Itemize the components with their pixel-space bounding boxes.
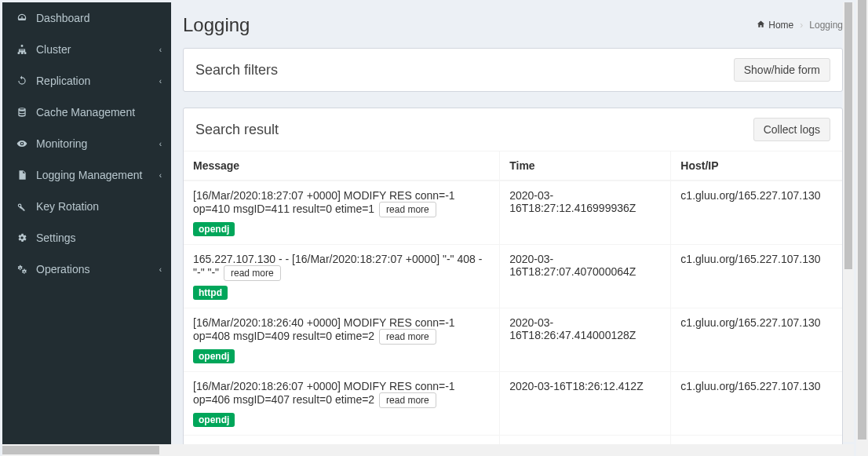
window-scrollbar-horizontal[interactable] <box>2 444 854 456</box>
content-header: Logging Home › Logging <box>171 2 855 48</box>
read-more-button[interactable]: read more <box>379 202 436 217</box>
sidebar-item-cluster[interactable]: Cluster ‹ <box>2 34 171 65</box>
sidebar-item-replication[interactable]: Replication ‹ <box>2 65 171 97</box>
read-more-button[interactable]: read more <box>379 392 436 408</box>
log-tag: opendj <box>193 222 235 236</box>
column-header-message: Message <box>184 151 500 181</box>
chevron-left-icon: ‹ <box>159 77 162 86</box>
database-icon <box>14 107 30 118</box>
breadcrumb-separator: › <box>800 20 803 31</box>
dashboard-icon <box>14 13 30 24</box>
log-tag: opendj <box>193 349 235 363</box>
gears-icon <box>14 264 30 275</box>
page-title: Logging <box>183 14 250 36</box>
home-icon <box>757 20 765 31</box>
table-row: 165.227.107.130 - - [16/Mar/2020:18:27:0… <box>184 245 842 308</box>
column-header-time: Time <box>500 151 671 181</box>
sidebar-item-label: Operations <box>36 263 89 275</box>
log-tag: opendj <box>193 413 235 427</box>
content-scrollbar-vertical[interactable] <box>843 2 854 442</box>
key-icon <box>14 201 30 212</box>
sidebar-item-cache[interactable]: Cache Management <box>2 97 171 128</box>
cell-time: 2020-03-16T18:27:12.416999936Z <box>500 181 671 245</box>
sidebar-item-label: Replication <box>36 75 90 87</box>
cell-time: 2020-03-16T18:26:47.414000128Z <box>500 308 671 372</box>
window-scrollbar-vertical[interactable] <box>856 0 868 456</box>
gear-icon <box>14 232 30 243</box>
sidebar-item-operations[interactable]: Operations ‹ <box>2 254 171 285</box>
breadcrumb-home[interactable]: Home <box>768 20 793 31</box>
sidebar: Dashboard Cluster ‹ Replication ‹ Cache … <box>2 2 171 454</box>
cell-host: c1.gluu.org/165.227.107.130 <box>671 245 842 308</box>
cell-message: [16/Mar/2020:18:26:07 +0000] MODIFY RES … <box>184 372 500 436</box>
eye-icon <box>14 138 30 149</box>
sidebar-item-label: Monitoring <box>36 137 87 150</box>
table-row: [16/Mar/2020:18:26:07 +0000] MODIFY RES … <box>184 372 842 436</box>
cell-host: c1.gluu.org/165.227.107.130 <box>671 181 842 245</box>
search-result-box: Search result Collect logs Message Time … <box>183 108 843 454</box>
column-header-host: Host/IP <box>671 151 842 181</box>
table-row: [16/Mar/2020:18:27:07 +0000] MODIFY RES … <box>184 181 842 245</box>
file-icon <box>14 170 30 181</box>
sidebar-item-label: Logging Management <box>36 169 142 181</box>
search-filters-box: Search filters Show/hide form <box>183 48 843 92</box>
search-result-title: Search result <box>195 122 279 138</box>
sidebar-item-dashboard[interactable]: Dashboard <box>2 2 171 34</box>
sidebar-item-label: Cache Management <box>36 106 135 119</box>
cell-host: c1.gluu.org/165.227.107.130 <box>671 308 842 372</box>
table-row: [16/Mar/2020:18:26:40 +0000] MODIFY RES … <box>184 308 842 372</box>
sidebar-item-logging[interactable]: Logging Management ‹ <box>2 159 171 191</box>
chevron-left-icon: ‹ <box>159 140 162 148</box>
cell-host: c1.gluu.org/165.227.107.130 <box>671 372 842 436</box>
show-hide-form-button[interactable]: Show/hide form <box>734 58 830 82</box>
sidebar-item-settings[interactable]: Settings <box>2 222 171 254</box>
breadcrumb-current: Logging <box>809 20 843 31</box>
read-more-button[interactable]: read more <box>379 329 436 345</box>
cell-message: [16/Mar/2020:18:26:40 +0000] MODIFY RES … <box>184 308 500 372</box>
cell-time: 2020-03-16T18:26:12.412Z <box>500 372 671 436</box>
log-tag: httpd <box>193 286 228 300</box>
sidebar-item-label: Cluster <box>36 43 71 56</box>
cell-time: 2020-03-16T18:27:07.407000064Z <box>500 245 671 308</box>
chevron-left-icon: ‹ <box>159 46 162 54</box>
sidebar-item-label: Key Rotation <box>36 200 99 213</box>
sidebar-item-label: Dashboard <box>36 12 90 24</box>
collect-logs-button[interactable]: Collect logs <box>753 118 830 141</box>
sidebar-item-label: Settings <box>36 232 76 244</box>
cell-message: [16/Mar/2020:18:27:07 +0000] MODIFY RES … <box>184 181 500 245</box>
chevron-left-icon: ‹ <box>159 265 162 274</box>
chevron-left-icon: ‹ <box>159 171 162 180</box>
breadcrumb: Home › Logging <box>757 20 843 31</box>
cell-message: 165.227.107.130 - - [16/Mar/2020:18:27:0… <box>184 245 500 308</box>
main-content: Logging Home › Logging Search filters Sh… <box>171 2 866 454</box>
sidebar-item-monitoring[interactable]: Monitoring ‹ <box>2 128 171 159</box>
refresh-icon <box>14 75 30 86</box>
search-filters-title: Search filters <box>195 62 278 78</box>
sitemap-icon <box>14 44 30 55</box>
read-more-button[interactable]: read more <box>224 265 281 281</box>
sidebar-item-keyrotation[interactable]: Key Rotation <box>2 191 171 222</box>
log-table: Message Time Host/IP [16/Mar/2020:18:27:… <box>184 151 842 454</box>
